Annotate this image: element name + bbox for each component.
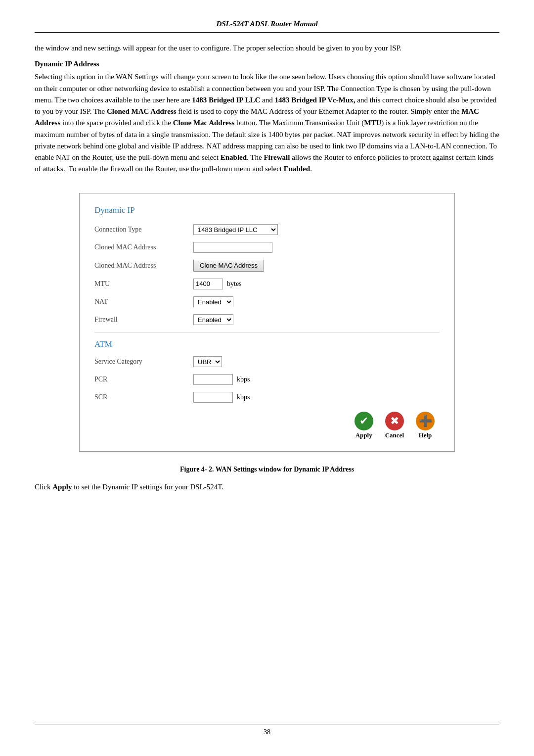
cloned-mac-input[interactable] [193,242,272,253]
mtu-unit: bytes [227,280,242,288]
firewall-control: Enabled Disabled [193,314,233,325]
cloned-mac-button-row: Cloned MAC Address Clone MAC Address [94,260,440,272]
pcr-row: PCR kbps [94,374,440,385]
apply-label: Apply [356,431,372,439]
nat-control: Enabled Disabled [193,296,233,307]
header-title: DSL-524T ADSL Router Manual [216,20,317,28]
pcr-label: PCR [94,376,193,383]
pcr-control: kbps [193,374,250,385]
cancel-label: Cancel [385,431,404,439]
help-label: Help [419,431,432,439]
connection-type-row: Connection Type 1483 Bridged IP LLC 1483… [94,224,440,235]
mtu-control: bytes [193,279,242,289]
dynamic-ip-title: Dynamic IP [94,205,440,215]
scr-label: SCR [94,393,193,401]
mtu-label: MTU [94,280,193,288]
cloned-mac-input-control [193,242,272,253]
pcr-input[interactable] [193,374,233,385]
figure-caption: Figure 4- 2. WAN Settings window for Dyn… [35,466,499,473]
mtu-row: MTU bytes [94,279,440,289]
cloned-mac-input-row: Cloned MAC Address [94,242,440,253]
nat-select[interactable]: Enabled Disabled [193,296,233,307]
service-category-label: Service Category [94,358,193,366]
service-category-row: Service Category UBR CBR VBR [94,356,440,367]
clone-mac-button-control: Clone MAC Address [193,260,264,272]
form-box: Dynamic IP Connection Type 1483 Bridged … [79,193,455,452]
section-heading: Dynamic IP Address [35,60,499,68]
page-footer: 38 [35,724,499,736]
help-action[interactable]: ➕ Help [416,412,435,439]
nat-label: NAT [94,298,193,306]
clone-mac-button[interactable]: Clone MAC Address [193,260,264,272]
nat-row: NAT Enabled Disabled [94,296,440,307]
footer-paragraph: Click Apply to set the Dynamic IP settin… [35,481,499,493]
cloned-mac-label-2: Cloned MAC Address [94,262,193,270]
section-body: Selecting this option in the WAN Setting… [35,71,499,175]
mtu-input[interactable] [193,279,223,289]
help-icon: ➕ [416,412,435,430]
scr-input[interactable] [193,392,233,403]
action-row: ✔ Apply ✖ Cancel ➕ Help [94,412,440,439]
page-header: DSL-524T ADSL Router Manual [35,20,499,33]
apply-icon: ✔ [355,412,373,430]
firewall-row: Firewall Enabled Disabled [94,314,440,325]
service-category-control: UBR CBR VBR [193,356,222,367]
firewall-select[interactable]: Enabled Disabled [193,314,233,325]
page: DSL-524T ADSL Router Manual the window a… [0,0,534,756]
cancel-icon: ✖ [385,412,404,430]
apply-action[interactable]: ✔ Apply [355,412,373,439]
pcr-unit: kbps [237,376,250,383]
service-category-select[interactable]: UBR CBR VBR [193,356,222,367]
form-separator [94,332,440,332]
connection-type-label: Connection Type [94,226,193,234]
page-number: 38 [264,728,270,736]
scr-control: kbps [193,392,250,403]
cancel-action[interactable]: ✖ Cancel [385,412,404,439]
connection-type-select[interactable]: 1483 Bridged IP LLC 1483 Bridged IP Vc-M… [193,224,278,235]
cloned-mac-label-1: Cloned MAC Address [94,243,193,251]
scr-unit: kbps [237,393,250,401]
scr-row: SCR kbps [94,392,440,403]
atm-title: ATM [94,339,440,349]
connection-type-control: 1483 Bridged IP LLC 1483 Bridged IP Vc-M… [193,224,278,235]
firewall-label: Firewall [94,316,193,324]
intro-paragraph: the window and new settings will appear … [35,43,499,54]
